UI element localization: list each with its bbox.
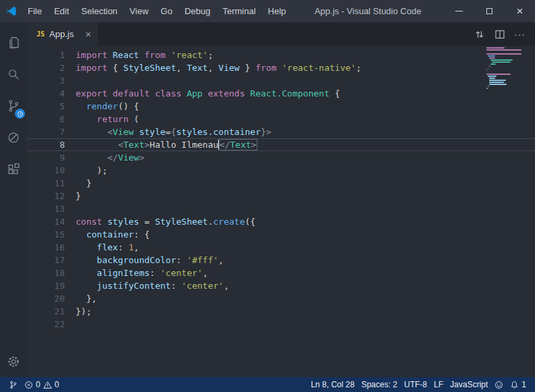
settings-button[interactable] [0,345,27,377]
clock-badge [15,109,25,119]
line-number[interactable]: 1 [27,49,65,61]
code-line-9[interactable]: 9 </View> [27,151,535,164]
line-content: export default class App extends React.C… [76,87,340,100]
tab-bar: JS App.js × ··· [27,22,535,46]
source-control-button[interactable] [0,90,27,121]
code-line-2[interactable]: 2import { StyleSheet, Text, View } from … [27,61,535,74]
status-branch[interactable] [5,377,21,392]
close-button[interactable]: × [505,0,535,22]
split-editor-button[interactable] [491,26,508,43]
line-number[interactable]: 8 [27,138,65,151]
activity-bar [0,22,27,377]
code-editor[interactable]: 1import React from 'react';2import { Sty… [27,46,535,377]
explorer-button[interactable] [0,26,27,58]
line-content: import React from 'react'; [76,49,213,61]
line-number[interactable]: 21 [27,305,65,318]
line-content: backgroundColor: '#fff', [76,254,224,267]
line-number[interactable]: 11 [27,177,65,190]
line-number[interactable]: 2 [27,61,65,74]
line-number[interactable]: 10 [27,164,65,177]
menu-go[interactable]: Go [155,0,178,22]
code-line-3[interactable]: 3 [27,74,535,87]
line-number[interactable]: 6 [27,113,65,125]
open-changes-button[interactable] [471,26,488,43]
title-bar: FileEditSelectionViewGoDebugTerminalHelp… [0,0,535,22]
menu-file[interactable]: File [22,0,48,22]
code-line-20[interactable]: 20 }, [27,292,535,305]
minimap-line [489,80,506,81]
line-number[interactable]: 12 [27,190,65,202]
debug-button[interactable] [0,121,27,153]
vscode-window: FileEditSelectionViewGoDebugTerminalHelp… [0,0,535,392]
line-number[interactable]: 16 [27,241,65,254]
split-editor-icon [494,29,505,40]
tab-appjs[interactable]: JS App.js × [27,22,98,46]
code-line-12[interactable]: 12} [27,190,535,202]
js-file-icon: JS [36,30,45,38]
extensions-icon [6,162,21,177]
minimap[interactable] [486,47,526,92]
code-line-6[interactable]: 6 return ( [27,113,535,125]
line-content: }, [76,292,97,305]
status-eol[interactable]: LF [430,377,447,392]
menu-help[interactable]: Help [262,0,292,22]
line-number[interactable]: 19 [27,279,65,292]
code-line-22[interactable]: 22 [27,318,535,331]
status-indentation[interactable]: Spaces: 2 [358,377,401,392]
line-content: justifyContent: 'center', [76,279,229,292]
status-language[interactable]: JavaScript [447,377,491,392]
line-number[interactable]: 18 [27,267,65,279]
line-content: render() { [76,100,139,113]
notifications-button[interactable]: 1 [507,377,530,392]
menu-terminal[interactable]: Terminal [216,0,261,22]
more-actions-button[interactable]: ··· [511,26,528,43]
status-encoding[interactable]: UTF-8 [401,377,430,392]
error-count: 0 [36,380,41,389]
line-number[interactable]: 17 [27,254,65,267]
code-line-5[interactable]: 5 render() { [27,100,535,113]
menu-selection[interactable]: Selection [75,0,123,22]
search-icon [6,67,21,82]
maximize-button[interactable] [474,0,505,22]
extensions-button[interactable] [0,153,27,185]
line-number[interactable]: 5 [27,100,65,113]
minimap-line [488,55,495,57]
code-line-17[interactable]: 17 backgroundColor: '#fff', [27,254,535,267]
line-number[interactable]: 7 [27,125,65,138]
line-number[interactable]: 15 [27,228,65,241]
menu-debug[interactable]: Debug [178,0,216,22]
code-line-8[interactable]: 8 <Text>Hallo Ilmenau</Text> [27,138,535,151]
menu-view[interactable]: View [124,0,155,22]
code-line-13[interactable]: 13 [27,202,535,215]
status-problems[interactable]: 0 0 [21,377,62,392]
code-line-21[interactable]: 21}); [27,305,535,318]
line-number[interactable]: 20 [27,292,65,305]
minimize-button[interactable] [444,0,474,22]
search-button[interactable] [0,58,27,90]
line-number[interactable]: 14 [27,215,65,228]
line-number[interactable]: 22 [27,318,65,331]
minimap-line [489,82,504,83]
code-line-4[interactable]: 4export default class App extends React.… [27,87,535,100]
line-content: flex: 1, [76,241,139,254]
line-number[interactable]: 3 [27,74,65,87]
code-line-18[interactable]: 18 alignItems: 'center', [27,267,535,279]
menu-edit[interactable]: Edit [48,0,75,22]
code-line-1[interactable]: 1import React from 'react'; [27,49,535,61]
code-line-10[interactable]: 10 ); [27,164,535,177]
status-line-col[interactable]: Ln 8, Col 28 [307,377,358,392]
code-line-14[interactable]: 14const styles = StyleSheet.create({ [27,215,535,228]
feedback-button[interactable] [491,377,507,392]
warning-count: 0 [55,380,59,389]
code-line-11[interactable]: 11 } [27,177,535,190]
line-number[interactable]: 4 [27,87,65,100]
tab-close-icon[interactable]: × [85,28,91,40]
code-line-19[interactable]: 19 justifyContent: 'center', [27,279,535,292]
line-number[interactable]: 13 [27,202,65,215]
line-number[interactable]: 9 [27,151,65,164]
code-line-15[interactable]: 15 container: { [27,228,535,241]
more-actions-icon: ··· [514,29,526,40]
code-line-7[interactable]: 7 <View style={styles.container}> [27,125,535,138]
window-title: App.js - Visual Studio Code [292,6,444,16]
code-line-16[interactable]: 16 flex: 1, [27,241,535,254]
